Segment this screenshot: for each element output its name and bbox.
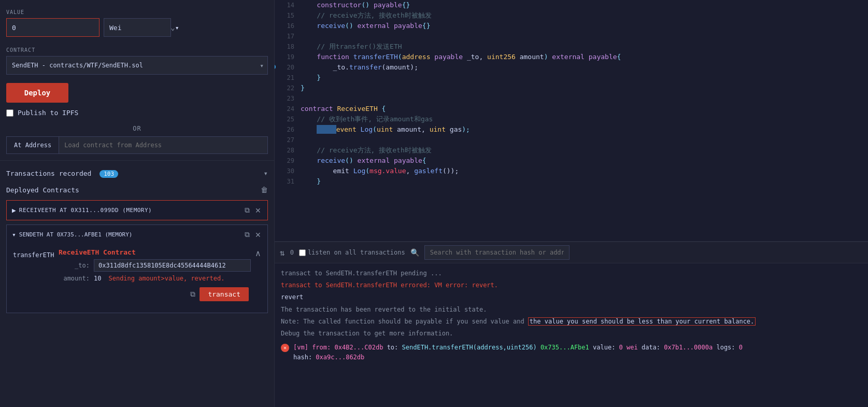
- transfer-eth-content: ReceiveETH Contract _to: 0x311d8dfc13581…: [59, 248, 251, 303]
- value-section: VALUE Wei Gwei Finney Ether ▾: [0, 5, 274, 43]
- trash-icon[interactable]: 🗑: [261, 186, 268, 194]
- line-num-26: 26: [280, 124, 301, 135]
- receiveeth-contract-header[interactable]: ▶ RECEIVEETH AT 0X311...099DD (MEMORY) ⧉…: [7, 201, 267, 220]
- line-content-17: [301, 31, 868, 41]
- wei-select-arrow: ▾: [175, 24, 179, 32]
- transact-button[interactable]: transact: [200, 287, 249, 301]
- line-num-17: 17: [280, 31, 301, 41]
- line-num-area-16: 16: [275, 21, 301, 31]
- sendeth-icons: ⧉ ✕: [244, 229, 262, 240]
- line-content-16: receive() external payable{}: [301, 21, 868, 31]
- console-msg-revert: revert: [281, 292, 862, 302]
- publish-ipfs-row: Publish to IPFS: [0, 107, 274, 119]
- line-content-30: emit Log(msg.value, gasleft());: [301, 166, 868, 176]
- console-vm-text: [vm] from: 0x4B2...C02db to: SendETH.tra…: [293, 343, 743, 362]
- vm-data: 0x7b1...0000a: [664, 344, 713, 351]
- vm-method: SendETH.transferETH(address,uint256): [402, 344, 537, 351]
- console-search-input[interactable]: [424, 245, 570, 260]
- amount-error: Sending amount>value, reverted.: [108, 275, 224, 282]
- line-num-area-23: 23: [275, 93, 301, 104]
- code-line-21: 21 }: [275, 73, 868, 83]
- listen-checkbox[interactable]: [299, 249, 306, 256]
- code-line-26: 26 event Log(uint amount, uint gas);: [275, 124, 868, 135]
- vm-from: from: 0x4B2...C02db: [312, 344, 383, 351]
- deployed-contracts-label: Deployed Contracts: [6, 186, 79, 194]
- vm-hash: 0xa9c...862db: [316, 354, 364, 361]
- amount-param-label: amount:: [59, 275, 90, 282]
- deploy-button[interactable]: Deploy: [6, 83, 68, 103]
- console-msg-note: Note: The called function should be paya…: [281, 317, 862, 327]
- amount-value: 10: [94, 275, 101, 282]
- sendeth-contract-header[interactable]: ▾ SENDETH AT 0X735...AFBE1 (MEMORY) ⧉ ✕: [7, 225, 267, 244]
- line-num-21: 21: [280, 73, 301, 83]
- line-content-18: // 用transfer()发送ETH: [301, 41, 868, 52]
- console-msg-initial-state: The transaction has been reverted to the…: [281, 305, 862, 315]
- line-content-31: }: [301, 176, 868, 187]
- right-panel: 14 constructor() payable{} 15 // receive…: [275, 0, 868, 407]
- console-toolbar: ⇅ 0 listen on all transactions 🔍: [275, 242, 868, 263]
- code-line-29: 29 receive() external payable{: [275, 156, 868, 166]
- line-num-25: 25: [280, 114, 301, 124]
- transfer-eth-row: transferETH ReceiveETH Contract _to: 0x3…: [13, 248, 261, 303]
- line-num-area-28: 28: [275, 145, 301, 156]
- wei-select[interactable]: Wei Gwei Finney Ether: [104, 18, 171, 37]
- value-input[interactable]: [6, 18, 99, 37]
- line-content-22: }: [301, 83, 868, 93]
- line-content-20: _to.transfer(amount);: [301, 62, 868, 73]
- line-num-31: 31: [280, 176, 301, 187]
- error-circle-icon: ✕: [281, 344, 289, 352]
- code-line-19: 19 function transferETH(address payable …: [275, 52, 868, 62]
- publish-ipfs-checkbox[interactable]: [6, 109, 13, 117]
- note-highlight: the value you send should be less than y…: [528, 317, 756, 326]
- listen-checkbox-row: listen on all transactions: [299, 249, 405, 256]
- line-num-18: 18: [280, 41, 301, 52]
- line-num-22: 22: [280, 83, 301, 93]
- sendeth-close-icon[interactable]: ✕: [254, 230, 262, 240]
- line-num-area-24: 24: [275, 104, 301, 114]
- wei-select-wrapper: Wei Gwei Finney Ether ▾: [104, 18, 179, 37]
- line-content-14: constructor() payable{}: [301, 0, 868, 10]
- copy-icon-small[interactable]: ⧉: [190, 290, 195, 299]
- sendeth-copy-icon[interactable]: ⧉: [244, 229, 251, 240]
- receiveeth-expand-icon: ▶: [12, 206, 16, 214]
- code-line-23: 23: [275, 93, 868, 104]
- console-collapse-icon[interactable]: ⇅: [280, 248, 285, 258]
- receiveeth-copy-icon[interactable]: ⧉: [244, 205, 251, 216]
- line-content-28: // receive方法, 接收eth时被触发: [301, 145, 868, 156]
- line-num-29: 29: [280, 156, 301, 166]
- code-line-18: 18 // 用transfer()发送ETH: [275, 41, 868, 52]
- line-num-28: 28: [280, 145, 301, 156]
- vm-to-addr: 0x735...AFbe1: [540, 344, 589, 351]
- line-content-15: // receive方法, 接收eth时被触发: [301, 10, 868, 21]
- code-line-22: 22 }: [275, 83, 868, 93]
- event-highlight: [317, 125, 336, 134]
- console-count: 0: [290, 249, 294, 256]
- sendeth-contract-name: SENDETH AT 0X735...AFBE1 (MEMORY): [19, 231, 240, 238]
- breakpoint-dot-20[interactable]: [275, 64, 276, 69]
- receiveeth-contract-name: RECEIVEETH AT 0X311...099DD (MEMORY): [19, 207, 240, 214]
- console-msg-errored: transact to SendETH.transferETH errored:…: [281, 280, 862, 290]
- console-panel: ⇅ 0 listen on all transactions 🔍 transac…: [275, 241, 868, 407]
- left-panel: VALUE Wei Gwei Finney Ether ▾ CONTRACT S…: [0, 0, 275, 407]
- code-line-24: 24 contract ReceiveETH {: [275, 104, 868, 114]
- at-address-button[interactable]: At Address: [6, 136, 59, 154]
- line-num-area-30: 30: [275, 166, 301, 176]
- receiveeth-icons: ⧉ ✕: [244, 205, 262, 216]
- line-content-23: [301, 93, 868, 104]
- line-content-29: receive() external payable{: [301, 156, 868, 166]
- line-num-30: 30: [280, 166, 301, 176]
- at-address-input[interactable]: [59, 136, 268, 154]
- to-param-row: _to: 0x311d8dfc1358105E8dc45564444B4612: [59, 259, 251, 272]
- receiveeth-close-icon[interactable]: ✕: [254, 205, 262, 216]
- vm-logs: 0: [739, 344, 743, 351]
- line-num-24: 24: [280, 104, 301, 114]
- line-num-15: 15: [280, 10, 301, 21]
- line-content-25: // 收到eth事件, 记录amount和gas: [301, 114, 868, 124]
- code-line-16: 16 receive() external payable{}: [275, 21, 868, 31]
- code-line-14: 14 constructor() payable{}: [275, 0, 868, 10]
- line-num-14: 14: [280, 0, 301, 10]
- contract-select[interactable]: SendETH - contracts/WTF/SendETH.sol: [6, 56, 268, 75]
- transactions-row[interactable]: Transactions recorded 103 ▾: [0, 165, 274, 181]
- code-line-28: 28 // receive方法, 接收eth时被触发: [275, 145, 868, 156]
- collapse-transfer-eth-button[interactable]: ∧: [255, 248, 261, 258]
